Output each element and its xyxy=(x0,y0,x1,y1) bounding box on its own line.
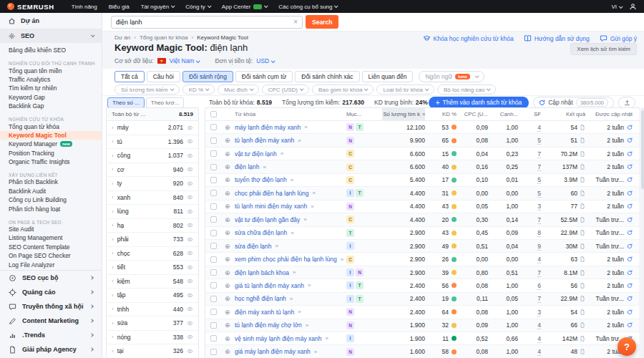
group-row-kiem[interactable]: ›kiệm548 xyxy=(107,275,198,289)
keyword-link[interactable]: điện máy xanh tủ lạnh xyxy=(235,309,294,316)
serp-icon[interactable] xyxy=(580,283,585,289)
sidebar-item-position-tracking[interactable]: Position Tracking xyxy=(0,149,102,158)
keyword-link[interactable]: sửa chữa điện lạnh xyxy=(235,229,287,236)
semrush-logo[interactable]: SEMRUSH xyxy=(7,3,54,11)
open-keyword-icon[interactable]: » xyxy=(298,309,301,315)
help-button[interactable]: ? xyxy=(618,337,636,356)
search-button[interactable]: Search xyxy=(306,15,338,29)
keyword-link[interactable]: tuyển thợ điện lạnh xyxy=(235,176,287,183)
header-link-khoa-hoc-nghien-cuu-tu-khoa[interactable]: Khóa học nghiên cứu từ khóa xyxy=(423,34,514,42)
sidebar-projects[interactable]: Dự án xyxy=(0,13,102,29)
sidebar-item-log-file-analyzer[interactable]: Log File Analyzer xyxy=(0,260,102,268)
row-checkbox[interactable] xyxy=(210,230,217,236)
refresh-icon[interactable] xyxy=(627,296,633,301)
serp-icon[interactable] xyxy=(580,177,585,183)
add-keyword-icon[interactable]: ⊕ xyxy=(225,229,235,236)
keyword-link[interactable]: chọc phải điện hạ lạnh lùng xyxy=(235,190,309,197)
serp-icon[interactable] xyxy=(580,322,585,328)
keyword-link[interactable]: tủ lạnh điện máy xanh xyxy=(235,137,294,144)
eye-icon[interactable] xyxy=(187,236,193,243)
row-checkbox[interactable] xyxy=(210,309,217,315)
group-row-co[interactable]: ›cơ940 xyxy=(107,163,198,178)
sidebar-item-backlink-gap[interactable]: Backlink Gap xyxy=(0,102,102,110)
refresh-icon[interactable] xyxy=(627,243,633,249)
refresh-icon[interactable] xyxy=(627,230,633,236)
sidebar-item-on-page-seo-checker[interactable]: On Page SEO Checker xyxy=(0,251,102,260)
add-to-list-button[interactable]: +Thêm vào danh sách từ khóa xyxy=(429,97,529,109)
header-link-gui-gop-y[interactable]: Gửi góp ý xyxy=(600,34,637,42)
keyword-link[interactable]: xem phim chọc phải điện hạ lạnh lùng xyxy=(235,256,337,263)
sidebar-item-cong-cu-link-building[interactable]: Công cụ Link Building xyxy=(0,195,102,204)
tab-cau-hoi[interactable]: Câu hỏi xyxy=(147,71,180,82)
tab-ngon-ngu[interactable]: Ngôn ngữbeta xyxy=(419,71,484,82)
eye-icon[interactable] xyxy=(187,292,193,299)
add-keyword-icon[interactable]: ⊕ xyxy=(225,216,235,223)
sidebar-item-keyword-magic-tool[interactable]: Keyword Magic Tool xyxy=(0,131,102,140)
group-row-phai[interactable]: ›phải733 xyxy=(107,233,198,247)
open-keyword-icon[interactable]: » xyxy=(280,150,283,157)
refresh-icon[interactable] xyxy=(627,164,633,170)
add-keyword-icon[interactable]: ⊕ xyxy=(225,256,235,263)
refresh-icon[interactable] xyxy=(627,217,633,223)
sidebar-item-phan-tich-backlink[interactable]: Phân tích Backlink xyxy=(0,178,102,186)
add-keyword-icon[interactable]: ⊕ xyxy=(225,203,235,210)
open-keyword-icon[interactable]: » xyxy=(303,216,306,223)
group-row-tu[interactable]: ›tủ1.396 xyxy=(107,135,198,150)
eye-icon[interactable] xyxy=(187,320,193,326)
row-checkbox[interactable] xyxy=(210,137,217,144)
serp-icon[interactable] xyxy=(580,190,585,196)
header-link-huong-dan-su-dung[interactable]: Hướng dẫn sử dụng xyxy=(524,34,590,42)
group-row-cong[interactable]: ›công1.037 xyxy=(107,149,198,163)
add-keyword-icon[interactable]: ⊕ xyxy=(225,137,235,144)
open-keyword-icon[interactable]: » xyxy=(263,164,266,170)
serp-icon[interactable] xyxy=(580,137,585,143)
keyword-search-input[interactable]: điện lạnh × xyxy=(111,16,303,29)
eye-icon[interactable] xyxy=(187,222,193,228)
sidebar-item-tong-quan-tu-khoa[interactable]: Tổng quan từ khóa xyxy=(0,122,102,130)
view-toggle-theo-luo[interactable]: Theo lượ... xyxy=(146,97,185,108)
keyword-link[interactable]: giá máy lạnh điện máy xanh xyxy=(235,348,311,355)
serp-icon[interactable] xyxy=(580,256,585,262)
column-header-cpc[interactable]: CPC (U... xyxy=(457,111,488,117)
open-keyword-icon[interactable]: » xyxy=(313,190,316,196)
open-keyword-icon[interactable]: » xyxy=(290,296,293,302)
sidebar-item-tong-quan-ten-mien[interactable]: Tổng quan tên miền xyxy=(0,66,102,74)
tab-oi-sanh-cum-tu[interactable]: Đối sánh cụm từ xyxy=(235,71,293,82)
open-keyword-icon[interactable]: » xyxy=(275,243,278,249)
eye-icon[interactable] xyxy=(187,166,193,173)
account-icon[interactable] xyxy=(629,3,637,11)
tab-oi-sanh-chinh-xac[interactable]: Đối sánh chính xác xyxy=(295,71,359,82)
group-row-tnhh[interactable]: ›tnhh440 xyxy=(107,303,198,317)
row-checkbox[interactable] xyxy=(210,164,217,170)
column-header-intent[interactable]: Mục... xyxy=(346,111,382,117)
eye-icon[interactable] xyxy=(187,180,193,187)
keyword-link[interactable]: giá tủ lạnh điện máy xanh xyxy=(235,282,304,289)
serp-icon[interactable] xyxy=(580,349,585,354)
view-toggle-theo-so[interactable]: Theo số ... xyxy=(107,97,145,108)
sidebar-module-giai-phap-agency[interactable]: Giải pháp Agency xyxy=(0,342,102,357)
clear-search-icon[interactable]: × xyxy=(293,19,298,26)
sidebar-module-content-marketing[interactable]: Content Marketing xyxy=(0,314,102,328)
filter-bao-gom-tu-khoa[interactable]: Bao gồm từ khóa xyxy=(312,84,374,95)
column-header-keyword[interactable]: Từ khóa xyxy=(235,111,346,117)
keyword-link[interactable]: vật tư điện lạnh xyxy=(235,150,277,158)
serp-icon[interactable] xyxy=(580,151,585,157)
eye-icon[interactable] xyxy=(187,194,193,200)
sidebar-module-truyen-thong-xa-hoi[interactable]: Truyền thông xã hội xyxy=(0,299,102,314)
sidebar-module-quang-cao[interactable]: Quảng cáo xyxy=(0,285,102,299)
keyword-link[interactable]: điện lạnh xyxy=(235,163,260,170)
group-row-ty[interactable]: ›ty920 xyxy=(107,177,198,191)
group-row-sua[interactable]: ›sửa377 xyxy=(107,316,198,331)
refresh-icon[interactable] xyxy=(627,203,633,209)
group-row-tai[interactable]: ›tại326 xyxy=(107,344,198,358)
serp-icon[interactable] xyxy=(580,336,585,342)
nav-item-app-center[interactable]: App Center xyxy=(222,4,267,10)
filter-kd[interactable]: KD % xyxy=(182,84,215,95)
eye-icon[interactable] xyxy=(187,278,193,284)
eye-icon[interactable] xyxy=(187,348,193,354)
sidebar-module-seo-cuc-bo[interactable]: SEO cục bộ xyxy=(0,271,102,285)
language-selector[interactable]: VI xyxy=(611,4,622,10)
eye-icon[interactable] xyxy=(187,153,193,159)
breadcrumb-du-an[interactable]: Dự án xyxy=(114,34,130,41)
group-row-tiet[interactable]: ›tiết553 xyxy=(107,261,198,275)
